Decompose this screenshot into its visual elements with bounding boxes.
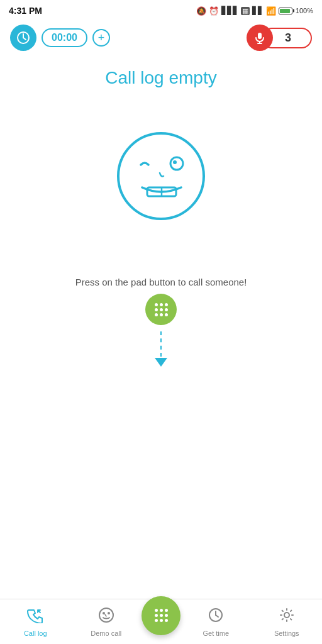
get-time-icon xyxy=(208,607,224,627)
nav-item-settings[interactable]: Settings xyxy=(252,602,323,642)
mic-icon-circle xyxy=(247,25,273,51)
mute-icon: 🔕 xyxy=(196,6,206,16)
nav-item-get-time[interactable]: Get time xyxy=(180,602,252,642)
status-bar: 4:31 PM 🔕 ⏰ ▋▋▋ ▦ ▋▋ 📶 100% xyxy=(0,0,322,20)
signal2-icon: ▋▋ xyxy=(252,6,264,15)
svg-line-16 xyxy=(216,615,218,617)
timer-display: 00:00 xyxy=(42,28,87,47)
sim-icon: ▦ xyxy=(241,7,250,15)
nav-item-call-log[interactable]: Call log xyxy=(0,602,71,642)
demo-call-icon xyxy=(98,607,114,627)
svg-point-11 xyxy=(99,608,113,622)
empty-state-emoji xyxy=(111,126,211,226)
timer-section: 00:00 + xyxy=(10,25,110,51)
status-icons: 🔕 ⏰ ▋▋▋ ▦ ▋▋ 📶 100% xyxy=(196,6,313,16)
dots-grid-fab xyxy=(155,609,168,622)
battery-percent: 100% xyxy=(296,7,313,14)
nav-label-demo-call: Demo call xyxy=(91,630,121,637)
plus-button[interactable]: + xyxy=(92,29,110,47)
mic-section: 3 xyxy=(247,25,312,51)
battery-icon xyxy=(279,8,292,14)
nav-label-call-log: Call log xyxy=(24,630,47,637)
alarm-icon: ⏰ xyxy=(209,6,219,16)
clock-icon-circle xyxy=(10,25,36,51)
press-text: Press on the pad button to call someone! xyxy=(75,277,247,287)
main-content: Call log empty Press on the pad button t… xyxy=(0,55,322,379)
svg-rect-3 xyxy=(258,33,262,39)
arrow-triangle xyxy=(155,358,167,367)
nav-item-demo-call[interactable]: Demo call xyxy=(71,602,142,642)
bottom-nav: Call log Demo call xyxy=(0,599,322,644)
svg-point-17 xyxy=(284,613,289,618)
wifi-icon: 📶 xyxy=(266,6,276,16)
svg-point-8 xyxy=(173,160,177,164)
top-bar: 00:00 + 3 xyxy=(0,20,322,55)
svg-line-2 xyxy=(23,38,26,40)
press-instruction: Press on the pad button to call someone! xyxy=(75,277,247,367)
pad-button-mini[interactable] xyxy=(145,294,177,325)
signal-icon: ▋▋▋ xyxy=(221,6,238,15)
battery-container: 100% xyxy=(279,7,313,14)
fab-dial-button[interactable] xyxy=(142,596,180,635)
arrow-down xyxy=(155,331,167,367)
dots-grid-mini xyxy=(155,303,168,316)
settings-icon xyxy=(279,607,295,627)
svg-point-7 xyxy=(170,157,183,170)
nav-label-settings: Settings xyxy=(274,630,299,637)
svg-point-13 xyxy=(108,612,110,614)
status-time: 4:31 PM xyxy=(9,6,42,16)
nav-label-get-time: Get time xyxy=(203,630,229,637)
call-log-icon xyxy=(27,607,43,627)
dashed-line xyxy=(160,331,162,357)
battery-fill xyxy=(280,9,290,13)
call-log-empty-label: Call log empty xyxy=(105,68,216,88)
svg-point-12 xyxy=(103,612,105,614)
